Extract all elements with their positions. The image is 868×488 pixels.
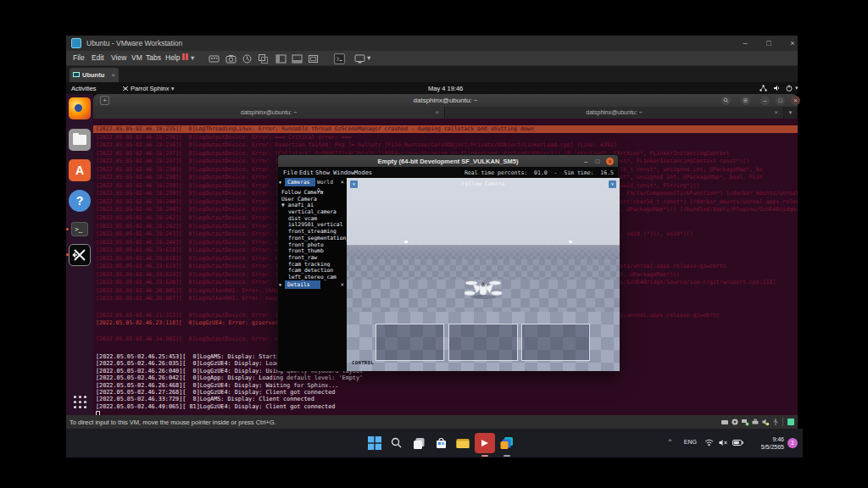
vmware-menu-item[interactable]: View: [111, 53, 126, 62]
show-applications-icon[interactable]: [73, 395, 87, 409]
vmware-close-button[interactable]: ×: [783, 37, 802, 49]
sound-icon[interactable]: [761, 418, 770, 426]
tree-expand-icon[interactable]: ▼: [281, 202, 288, 208]
simulator-menu-item[interactable]: Edit: [299, 169, 314, 176]
battery-icon[interactable]: [732, 440, 743, 446]
vmware-menu-item[interactable]: Edit: [92, 53, 104, 62]
simulator-titlebar[interactable]: Empty (64-bit Development SF_VULKAN_SM5)…: [278, 155, 618, 167]
simulator-menu-item[interactable]: File: [283, 169, 298, 176]
simulator-viewport[interactable]: ‹Follow Camera› ▾ ▾: [347, 178, 620, 371]
camera-tree-item[interactable]: ▼ anafi_ai: [278, 202, 347, 208]
fullscreen-layout-toggle-icon[interactable]: [308, 53, 319, 64]
notification-badge[interactable]: 1: [787, 438, 798, 448]
network-icon[interactable]: [760, 85, 767, 92]
simulator-close-button[interactable]: ×: [606, 158, 614, 165]
display-settings-icon[interactable]: [354, 53, 365, 64]
camera-tree-item[interactable]: front_segmentation_: [278, 235, 347, 241]
camera-tree-item[interactable]: dist_vcam: [278, 215, 347, 222]
camera-tree-item[interactable]: left_stereo_cam: [278, 274, 347, 280]
camera-tree-item[interactable]: fcam_tracking: [278, 261, 347, 268]
camera-tree-item[interactable]: fcam_detection: [278, 267, 347, 274]
display-fit-icon[interactable]: [787, 418, 795, 426]
console-layout-toggle-icon[interactable]: [292, 53, 303, 64]
terminal-minimize-button[interactable]: –: [760, 96, 770, 105]
terminal-headerbar[interactable]: + datsphinx@ubuntu: ~ – □ ×: [93, 94, 798, 107]
search-button[interactable]: [387, 433, 407, 453]
simulator-menu-item[interactable]: Window: [333, 169, 354, 176]
details-header[interactable]: ▼ Details ×: [278, 280, 347, 290]
files-icon[interactable]: [69, 129, 91, 151]
camera-tree-item[interactable]: front_thumb: [278, 247, 347, 254]
firefox-icon[interactable]: [69, 97, 91, 119]
terminal-maximize-button[interactable]: □: [776, 96, 785, 105]
suspend-icon[interactable]: [186, 53, 188, 60]
vmware-menu-item[interactable]: File: [73, 53, 85, 62]
details-collapse-icon[interactable]: ▼: [279, 280, 281, 289]
vmware-menu-item[interactable]: Help: [165, 53, 180, 62]
cd-rom-icon[interactable]: [731, 418, 739, 426]
vmware-tab-ubuntu[interactable]: Ubuntu ×: [70, 68, 119, 82]
camera-tree-item[interactable]: front_photo: [278, 241, 347, 248]
vmware-menu-item[interactable]: VM: [131, 53, 142, 62]
display-dropdown-icon[interactable]: ▾: [367, 53, 370, 62]
sidebar-toggle-icon[interactable]: [275, 53, 287, 64]
snapshot-revert-icon[interactable]: [242, 53, 253, 64]
volume-muted-icon[interactable]: [719, 439, 728, 446]
camera-tree-item[interactable]: front_raw: [278, 254, 347, 261]
send-ctrl-alt-del-icon[interactable]: [209, 53, 220, 64]
power-icon[interactable]: [786, 85, 793, 92]
terminal-mini-icon[interactable]: >_: [71, 222, 88, 236]
details-close-icon[interactable]: ×: [341, 280, 344, 289]
camera-tree-item[interactable]: isl29501_vertical: [278, 221, 347, 228]
simulator-menu-item[interactable]: Modes: [354, 169, 372, 176]
tab-world[interactable]: World O…: [317, 178, 339, 186]
suspend-dropdown-icon[interactable]: ▾: [191, 53, 194, 62]
camera-next-icon[interactable]: ›: [504, 180, 513, 187]
ubuntu-software-icon[interactable]: A: [69, 159, 91, 181]
camera-tree-item[interactable]: Follow Camera: [278, 189, 347, 196]
tray-clock[interactable]: 9:46 5/5/2565: [761, 435, 784, 451]
system-menu-dropdown-icon[interactable]: ▾: [795, 85, 798, 92]
search-icon[interactable]: [721, 96, 731, 105]
vmware-menu-item[interactable]: Tabs: [146, 53, 161, 62]
suspend-icon[interactable]: [182, 53, 185, 60]
terminal-tab-1[interactable]: datsphinx@ubuntu: ~ ×: [93, 107, 445, 119]
usb-icon[interactable]: [771, 418, 780, 426]
simulator-minimize-button[interactable]: –: [581, 158, 591, 165]
terminal-close-button[interactable]: ×: [791, 96, 800, 105]
camera-tree-item[interactable]: User Camera: [278, 196, 347, 202]
vmware-workstation-button[interactable]: [497, 433, 517, 453]
tray-chevron-icon[interactable]: ^: [669, 438, 671, 444]
activities-button[interactable]: Activities: [71, 85, 97, 92]
camera-tree-item[interactable]: front_streaming: [278, 228, 347, 235]
tab-cameras[interactable]: Cameras: [285, 178, 315, 186]
printer-icon[interactable]: [751, 418, 760, 426]
camera-prev-icon[interactable]: ‹: [453, 180, 462, 187]
tab-close-icon[interactable]: ×: [774, 107, 778, 119]
hard-disk-icon[interactable]: [721, 418, 729, 426]
snapshot-manager-icon[interactable]: [258, 53, 269, 64]
volume-icon[interactable]: [773, 85, 781, 92]
clock-label[interactable]: May 4 19:46: [428, 85, 463, 92]
vmware-minimize-button[interactable]: –: [736, 37, 754, 49]
vm-tab-close-icon[interactable]: ×: [111, 71, 115, 79]
task-view-button[interactable]: [409, 433, 429, 453]
panel-collapse-icon[interactable]: ▼: [279, 178, 281, 186]
file-explorer-button[interactable]: [453, 433, 473, 453]
console-view-icon[interactable]: [334, 53, 345, 64]
vmware-player-button[interactable]: [475, 433, 495, 453]
tab-list-dropdown[interactable]: ▾: [784, 107, 798, 119]
network-adapter-icon[interactable]: [741, 418, 749, 426]
terminal-tab-2[interactable]: datsphinx@ubuntu: ~ ×: [445, 107, 784, 119]
wifi-icon[interactable]: [704, 439, 714, 446]
viewport-menu-left-icon[interactable]: ▾: [350, 180, 358, 188]
panel-close-icon[interactable]: ×: [341, 178, 344, 186]
snapshot-take-icon[interactable]: [225, 53, 236, 64]
viewport-menu-right-icon[interactable]: ▾: [609, 180, 616, 188]
simulator-menu-item[interactable]: Show: [315, 169, 330, 176]
language-indicator[interactable]: ENG: [684, 439, 697, 445]
vmware-maximize-button[interactable]: □: [760, 37, 778, 49]
help-icon[interactable]: ?: [69, 190, 91, 212]
start-button[interactable]: [364, 433, 385, 453]
app-indicator-parrot-sphinx[interactable]: Parrot Sphinx ▾: [122, 85, 174, 92]
